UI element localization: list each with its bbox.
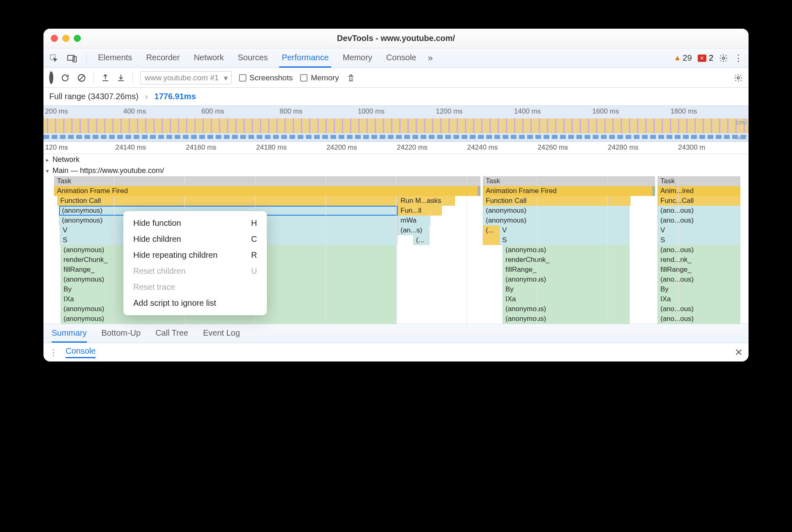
ctx-reset-trace: Reset trace xyxy=(123,279,267,295)
flame-funll[interactable]: Fun...ll xyxy=(398,206,442,216)
flame-animation-frame[interactable]: Animation Frame Fired xyxy=(483,186,655,196)
flame-anonymous[interactable]: (ano...ous) xyxy=(658,275,740,284)
tab-bottom-up[interactable]: Bottom-Up xyxy=(102,324,141,343)
flame-ixa[interactable]: IXa xyxy=(658,294,740,304)
flame-anonymous[interactable]: (anonymous) xyxy=(503,314,630,324)
memory-checkbox[interactable]: Memory xyxy=(300,73,339,82)
breadcrumb-current[interactable]: 1776.91ms xyxy=(155,92,196,101)
close-drawer-icon[interactable]: ✕ xyxy=(735,347,743,358)
upload-icon[interactable] xyxy=(101,73,109,82)
flame-fillrange[interactable]: fillRange_ xyxy=(658,265,740,275)
record-button[interactable] xyxy=(49,73,53,82)
chevron-right-icon: › xyxy=(145,92,148,101)
flame-anonymous[interactable]: (anonymous) xyxy=(483,216,630,225)
tab-network[interactable]: Network xyxy=(191,48,226,68)
flame-anonymous[interactable]: (anonymous) xyxy=(503,245,630,255)
gc-icon[interactable] xyxy=(346,73,355,82)
network-track-header[interactable]: Network xyxy=(43,154,749,165)
flame-fillrange[interactable]: fillRange_ xyxy=(503,265,630,275)
flame-dotdot[interactable]: (... xyxy=(483,225,499,235)
separator xyxy=(86,52,86,64)
checkbox-icon xyxy=(300,74,307,82)
separator xyxy=(132,72,133,84)
ctx-hide-children[interactable]: Hide childrenC xyxy=(123,231,267,247)
titlebar: DevTools - www.youtube.com/ xyxy=(43,29,749,48)
tab-memory[interactable]: Memory xyxy=(340,48,375,68)
flame-anonymous[interactable]: (anonymous) xyxy=(503,304,630,314)
flame-renderchunk[interactable]: rend...nk_ xyxy=(658,255,740,265)
minimize-window-button[interactable] xyxy=(62,35,69,42)
drawer-kebab-icon[interactable]: ⋮ xyxy=(49,348,57,357)
clear-button[interactable] xyxy=(77,73,86,82)
screenshots-checkbox[interactable]: Screenshots xyxy=(239,73,293,82)
flame-v[interactable]: V xyxy=(499,225,630,235)
flamechart[interactable]: Network Main — https://www.youtube.com/ … xyxy=(43,154,749,324)
ctx-add-ignore[interactable]: Add script to ignore list xyxy=(123,295,267,311)
flame-anonymous[interactable]: (anonymous) xyxy=(503,275,630,284)
flame-anonymous[interactable]: (anonymous) xyxy=(61,314,397,324)
svg-point-3 xyxy=(722,57,725,59)
close-window-button[interactable] xyxy=(51,35,58,42)
flame-ans[interactable]: (an...s) xyxy=(398,225,430,235)
flame-s[interactable]: S xyxy=(658,235,740,245)
main-track-header[interactable]: Main — https://www.youtube.com/ xyxy=(43,165,749,176)
flame-run-microtasks[interactable]: Run M...asks xyxy=(398,196,455,206)
kebab-menu-icon[interactable]: ⋮ xyxy=(734,53,743,64)
issues-errors[interactable]: ×2 xyxy=(698,53,713,63)
settings-gear-icon[interactable] xyxy=(719,54,728,63)
flame-by[interactable]: By xyxy=(658,284,740,294)
flame-anonymous[interactable]: (ano...ous) xyxy=(658,206,740,216)
issues-warnings[interactable]: ▲29 xyxy=(674,53,692,63)
flame-function-call[interactable]: Func...Call xyxy=(658,196,740,206)
flame-spacer[interactable] xyxy=(483,235,499,245)
ctx-hide-repeating[interactable]: Hide repeating childrenR xyxy=(123,247,267,263)
flame-task[interactable]: Task xyxy=(658,176,740,186)
flame-v[interactable]: V xyxy=(658,225,740,235)
timeline-overview[interactable]: 200 ms400 ms600 ms800 ms1000 ms1200 ms14… xyxy=(43,106,749,142)
tab-performance[interactable]: Performance xyxy=(279,48,331,68)
flame-ellipsis[interactable]: (... xyxy=(413,235,430,245)
overview-ticks: 200 ms400 ms600 ms800 ms1000 ms1200 ms14… xyxy=(43,106,749,116)
flame-anonymous[interactable]: (ano...ous) xyxy=(658,314,740,324)
flame-function-call[interactable]: Function Call xyxy=(57,196,398,206)
checkbox-icon xyxy=(239,74,246,82)
zoom-window-button[interactable] xyxy=(74,35,81,42)
flame-animation-frame[interactable]: Animation Frame Fired xyxy=(54,186,480,196)
ctx-hide-function[interactable]: Hide functionH xyxy=(123,215,267,231)
breadcrumb-full[interactable]: Full range (34307.26ms) xyxy=(49,92,139,101)
reload-button[interactable] xyxy=(61,73,70,82)
more-tabs-icon[interactable]: » xyxy=(428,53,433,64)
flame-col-2: Task Animation Frame Fired Function Call… xyxy=(483,176,655,324)
flame-task[interactable]: Task xyxy=(54,176,480,186)
flame-anonymous[interactable]: (ano...ous) xyxy=(658,245,740,255)
flame-anonymous[interactable]: (ano...ous) xyxy=(658,304,740,314)
flame-s[interactable]: S xyxy=(499,235,630,245)
flame-task[interactable]: Task xyxy=(483,176,655,186)
tab-console[interactable]: Console xyxy=(384,48,419,68)
detail-ruler[interactable]: 120 ms24140 ms24160 ms24180 ms24200 ms24… xyxy=(43,142,749,154)
flame-anonymous[interactable]: (ano...ous) xyxy=(658,216,740,225)
tab-sources[interactable]: Sources xyxy=(235,48,270,68)
flame-ixa[interactable]: IXa xyxy=(503,294,630,304)
bottom-tabs: Summary Bottom-Up Call Tree Event Log xyxy=(43,324,749,343)
flame-animation-frame[interactable]: Anim...ired xyxy=(658,186,740,196)
tab-summary[interactable]: Summary xyxy=(52,324,87,343)
breadcrumb: Full range (34307.26ms) › 1776.91ms xyxy=(43,88,749,106)
tab-event-log[interactable]: Event Log xyxy=(203,324,240,343)
recording-select[interactable]: www.youtube.com #1 xyxy=(140,71,232,84)
flame-mwa[interactable]: mWa xyxy=(398,216,430,225)
drawer-tab-console[interactable]: Console xyxy=(66,346,96,358)
device-toolbar-icon[interactable] xyxy=(67,54,77,62)
inspect-icon[interactable] xyxy=(49,54,58,63)
tab-call-tree[interactable]: Call Tree xyxy=(155,324,188,343)
net-track xyxy=(43,135,749,139)
download-icon[interactable] xyxy=(117,73,125,82)
tab-elements[interactable]: Elements xyxy=(96,48,134,68)
flame-function-call[interactable]: Function Call xyxy=(483,196,630,206)
devtools-window: DevTools - www.youtube.com/ Elements Rec… xyxy=(43,29,749,361)
flame-anonymous[interactable]: (anonymous) xyxy=(483,206,630,216)
tab-recorder[interactable]: Recorder xyxy=(143,48,182,68)
flame-by[interactable]: By xyxy=(503,284,630,294)
flame-renderchunk[interactable]: renderChunk_ xyxy=(503,255,630,265)
capture-settings-icon[interactable] xyxy=(734,73,743,82)
